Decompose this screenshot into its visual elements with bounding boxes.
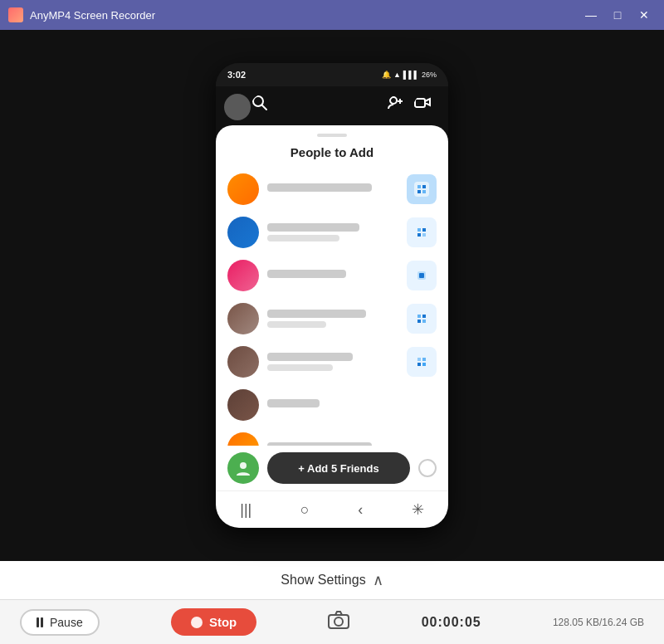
stop-button[interactable]: Stop (171, 608, 256, 636)
svg-rect-20 (422, 320, 426, 323)
file-size-display: 128.05 KB/16.24 GB (553, 617, 644, 628)
svg-rect-16 (419, 273, 424, 278)
green-avatar (227, 452, 259, 484)
recent-apps-icon[interactable]: ✳ (412, 500, 424, 519)
person-sub (267, 321, 326, 328)
sheet-title: People to Add (216, 145, 448, 159)
phone-mockup: 3:02 🔔 ▲ ▌▌▌ 26% (216, 63, 448, 528)
pause-bar-right (41, 617, 43, 627)
status-icons: 🔔 ▲ ▌▌▌ 26% (382, 71, 437, 79)
show-settings-button[interactable]: Show Settings ∧ (281, 571, 383, 589)
timer-display: 00:00:05 (422, 615, 481, 630)
phone-top-nav (216, 86, 448, 128)
svg-rect-9 (417, 190, 421, 193)
pause-icon (37, 617, 43, 627)
sheet-handle (317, 134, 347, 137)
svg-point-25 (240, 462, 247, 469)
minimize-button[interactable]: — (579, 6, 603, 24)
battery-text: 26% (422, 71, 437, 79)
add-person-button[interactable] (407, 217, 437, 247)
svg-rect-8 (422, 185, 426, 188)
pause-bar-left (37, 617, 39, 627)
person-info (267, 223, 398, 242)
svg-rect-12 (422, 228, 426, 232)
list-item (216, 427, 448, 446)
alarm-icon: 🔔 (382, 71, 391, 79)
person-info (267, 183, 398, 195)
list-item (216, 168, 448, 211)
controls-bar: Pause Stop 00:00:05 128.05 KB/16.24 GB (0, 599, 664, 644)
signal-icon: ▌▌▌ (403, 71, 419, 79)
add-user-icon (387, 94, 413, 120)
person-name (267, 310, 366, 318)
person-sub (267, 235, 339, 242)
svg-rect-23 (417, 363, 421, 366)
home-icon[interactable]: ○ (300, 501, 310, 519)
stop-record-icon (191, 617, 203, 628)
person-info (267, 399, 398, 411)
person-name (267, 183, 372, 192)
list-item (216, 297, 448, 340)
avatar (227, 217, 259, 248)
svg-point-2 (390, 97, 397, 104)
svg-point-27 (334, 617, 343, 626)
avatar (227, 303, 259, 334)
svg-rect-7 (417, 185, 421, 188)
bottom-sheet: People to Add (216, 125, 448, 490)
title-bar-left: AnyMP4 Screen Recorder (8, 7, 155, 22)
chevron-up-icon: ∧ (373, 571, 383, 589)
phone-bottom-nav: ||| ○ ‹ ✳ (216, 490, 448, 528)
main-recording-area: 3:02 🔔 ▲ ▌▌▌ 26% (0, 30, 664, 561)
person-sub (267, 364, 333, 371)
svg-rect-6 (414, 182, 429, 197)
svg-line-1 (262, 105, 267, 110)
svg-rect-22 (422, 358, 426, 361)
close-button[interactable]: ✕ (632, 6, 656, 24)
person-name (267, 353, 353, 361)
title-bar: AnyMP4 Screen Recorder — □ ✕ (0, 0, 664, 30)
pause-button[interactable]: Pause (20, 609, 100, 636)
add-person-button[interactable] (407, 174, 437, 204)
wifi-icon: ▲ (393, 71, 401, 79)
svg-rect-11 (417, 228, 421, 232)
svg-rect-13 (417, 233, 421, 237)
svg-rect-18 (422, 315, 426, 318)
add-radio-button[interactable] (418, 459, 437, 477)
list-item (216, 340, 448, 383)
list-item (216, 254, 448, 297)
status-time: 3:02 (227, 70, 246, 80)
avatar (227, 173, 259, 205)
back-icon[interactable]: ‹ (358, 501, 363, 519)
screenshot-button[interactable] (328, 611, 349, 634)
menu-icon[interactable]: ||| (240, 501, 251, 519)
avatar (227, 260, 259, 291)
maximize-button[interactable]: □ (606, 6, 629, 24)
list-item (216, 383, 448, 427)
stop-label: Stop (209, 615, 237, 629)
add-friends-area: + Add 5 Friends (216, 446, 448, 490)
avatar (227, 346, 259, 378)
avatar (227, 389, 259, 421)
app-icon (8, 7, 23, 22)
person-name (267, 270, 346, 278)
person-name (267, 399, 320, 407)
add-friends-button[interactable]: + Add 5 Friends (267, 452, 410, 484)
person-info (267, 270, 398, 281)
person-info (267, 353, 398, 371)
svg-rect-5 (415, 99, 425, 107)
add-person-button[interactable] (407, 304, 437, 334)
avatar (227, 432, 259, 446)
list-item (216, 211, 448, 254)
search-icon (251, 94, 277, 120)
add-person-button[interactable] (407, 347, 437, 377)
svg-rect-21 (417, 358, 421, 361)
show-settings-bar: Show Settings ∧ (0, 561, 664, 599)
profile-avatar (224, 94, 251, 120)
title-bar-controls: — □ ✕ (579, 6, 656, 24)
pause-label: Pause (50, 616, 83, 629)
people-list (216, 168, 448, 446)
svg-rect-10 (422, 190, 426, 193)
add-person-button[interactable] (407, 261, 437, 290)
app-title: AnyMP4 Screen Recorder (30, 9, 155, 22)
person-name (267, 223, 359, 232)
